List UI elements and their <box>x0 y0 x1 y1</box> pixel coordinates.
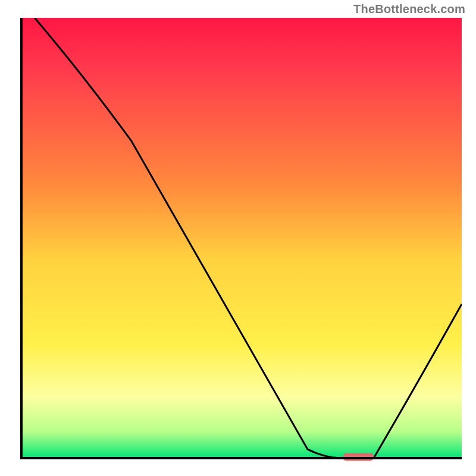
chart-container: TheBottleneck.com <box>0 0 476 476</box>
chart-svg <box>0 0 476 476</box>
watermark: TheBottleneck.com <box>353 2 465 16</box>
